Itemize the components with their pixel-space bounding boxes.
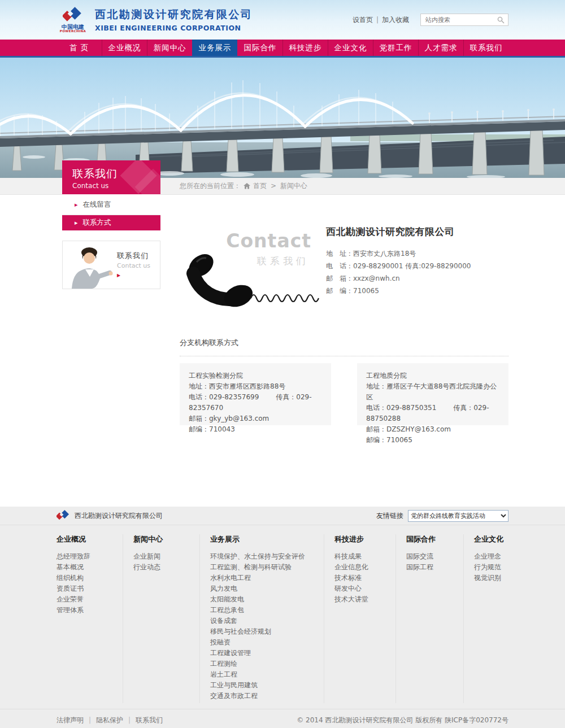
- set-home-link[interactable]: 设首页: [353, 16, 373, 24]
- footer-column: 业务展示环境保护、水土保持与安全评价工程监测、检测与科研试验水利水电工程风力发电…: [199, 534, 324, 703]
- footer-link[interactable]: 设备成套: [210, 617, 320, 624]
- footer-link[interactable]: 总经理致辞: [56, 553, 119, 560]
- branch-box: 工程地质分院地址：雁塔区子午大道88号西北院兆隆办公区电话：029-887503…: [357, 363, 508, 425]
- nav-item[interactable]: 新闻中心: [147, 40, 192, 56]
- footer-link[interactable]: 工程测绘: [210, 660, 320, 667]
- footer-link[interactable]: 投融资: [210, 639, 320, 646]
- company-name: 西北勘测设计研究院有限公司: [326, 225, 471, 238]
- sidebar: 联系我们 Contact us ▸在线留言▸联系方式 联系我们 Contact …: [62, 160, 160, 289]
- branch-box: 工程实验检测分院地址：西安市雁塔区西影路88号电话：029-82357699传真…: [180, 363, 331, 425]
- footer-link[interactable]: 资质证书: [56, 585, 119, 592]
- footer-link[interactable]: 工业与民用建筑: [210, 682, 320, 688]
- nav-item[interactable]: 科技进步: [282, 40, 328, 56]
- breadcrumb-separator: >: [271, 178, 276, 194]
- footer-link[interactable]: 企业理念: [474, 553, 505, 560]
- footer-column-title: 科技进步: [334, 534, 392, 544]
- sidebar-menu-label: 联系方式: [83, 218, 111, 228]
- company-info-row: 地 址：西安市丈八东路18号: [326, 250, 471, 258]
- footer-column: 国际合作国际交流国际工程: [395, 534, 463, 703]
- sidebar-menu-item[interactable]: ▸在线留言: [62, 194, 160, 215]
- footer-column-title: 企业文化: [474, 534, 505, 544]
- branch-name: 工程实验检测分院: [189, 370, 322, 381]
- footer-link[interactable]: 组织机构: [56, 574, 119, 581]
- add-favorite-link[interactable]: 加入收藏: [382, 16, 409, 24]
- footer-link[interactable]: 技术大讲堂: [334, 596, 392, 603]
- footer-link[interactable]: 太阳能发电: [210, 596, 320, 603]
- footer: 西北勘测设计研究院有限公司 友情链接 党的群众路线教育实践活动 企业概况总经理致…: [0, 507, 565, 728]
- divider: |: [128, 716, 131, 724]
- nav-item[interactable]: 企业概况: [102, 40, 147, 56]
- footer-column: 科技进步科技成果企业信息化技术标准研发中心技术大讲堂: [324, 534, 395, 703]
- footer-link[interactable]: 行为规范: [474, 564, 505, 570]
- brand[interactable]: 中国电建 POWERCHINA 西北勘测设计研究院有限公司 XIBEI ENGI…: [56, 7, 253, 33]
- nav-item[interactable]: 联系我们: [463, 40, 508, 56]
- nav-item[interactable]: 企业文化: [328, 40, 373, 56]
- search-box: [420, 14, 508, 26]
- footer-bottom-bar: 法律声明|隐私保护|联系我们 © 2014 西北勘测设计研究院有限公司 版权所有…: [0, 709, 565, 728]
- breadcrumb-current-link[interactable]: 新闻中心: [280, 178, 307, 194]
- telephone-handset-image: Contact 联系我们: [180, 222, 319, 308]
- branch-zip: 邮编：710065: [366, 435, 499, 446]
- footer-bottom-link[interactable]: 隐私保护: [96, 716, 123, 724]
- footer-link[interactable]: 工程总承包: [210, 607, 320, 613]
- footer-link[interactable]: 水利水电工程: [210, 574, 320, 581]
- footer-link[interactable]: 风力发电: [210, 585, 320, 592]
- friendly-links-select[interactable]: 党的群众路线教育实践活动: [408, 510, 508, 522]
- footer-link[interactable]: 国际工程: [406, 564, 460, 570]
- footer-link[interactable]: 环境保护、水土保持与安全评价: [210, 553, 320, 560]
- footer-column: 新闻中心企业新闻行业动态: [123, 534, 199, 703]
- footer-link[interactable]: 企业荣誉: [56, 596, 119, 603]
- sidebar-title-en: Contact us: [72, 182, 160, 190]
- footer-link[interactable]: 研发中心: [334, 585, 392, 592]
- triangle-icon: ▸: [75, 202, 78, 208]
- branch-email: 邮箱：gky_yb@163.com: [189, 413, 322, 424]
- company-info-row: 电 话：029-88290001 传真:029-88290000: [326, 262, 471, 270]
- sidebar-menu-item[interactable]: ▸联系方式: [62, 215, 160, 230]
- footer-column-title: 国际合作: [406, 534, 460, 544]
- nav-item[interactable]: 人才需求: [418, 40, 463, 56]
- company-contact-rows: 地 址：西安市丈八东路18号电 话：029-88290001 传真:029-88…: [326, 250, 471, 295]
- breadcrumb-prefix: 您所在的当前位置：: [180, 178, 241, 194]
- footer-link[interactable]: 岩土工程: [210, 671, 320, 678]
- footer-link[interactable]: 移民与社会经济规划: [210, 628, 320, 635]
- footer-link[interactable]: 工程监测、检测与科研试验: [210, 564, 320, 570]
- breadcrumb-home-link[interactable]: 首页: [253, 178, 267, 194]
- branch-address: 地址：雁塔区子午大道88号西北院兆隆办公区: [366, 381, 499, 403]
- footer-link[interactable]: 基本概况: [56, 564, 119, 570]
- contact-card[interactable]: 联系我们 Contact us ▶: [62, 241, 160, 289]
- nav-item[interactable]: 国际合作: [237, 40, 282, 56]
- footer-brand: 西北勘测设计研究院有限公司: [75, 511, 163, 521]
- copyright: © 2014 西北勘测设计研究院有限公司 版权所有 陕ICP备字020772号: [297, 716, 508, 725]
- branch-phone: 电话：029-88750351: [366, 404, 436, 412]
- footer-link[interactable]: 企业新闻: [133, 553, 196, 560]
- footer-link[interactable]: 交通及市政工程: [210, 692, 320, 699]
- nav-item[interactable]: 党群工作: [373, 40, 418, 56]
- footer-link[interactable]: 国际交流: [406, 553, 460, 560]
- footer-column: 企业文化企业理念行为规范视觉识别: [463, 534, 508, 703]
- footer-link[interactable]: 工程建设管理: [210, 649, 320, 656]
- footer-bottom-link[interactable]: 联系我们: [136, 716, 163, 724]
- footer-link[interactable]: 行业动态: [133, 564, 196, 570]
- nav-item[interactable]: 首 页: [56, 40, 102, 56]
- divider: |: [89, 716, 91, 724]
- footer-column-title: 业务展示: [210, 534, 320, 544]
- footer-link[interactable]: 管理体系: [56, 607, 119, 613]
- search-icon[interactable]: [497, 16, 505, 24]
- nav-item[interactable]: 业务展示: [192, 40, 237, 56]
- divider: |: [376, 16, 379, 24]
- footer-link[interactable]: 企业信息化: [334, 564, 392, 570]
- site-header: 中国电建 POWERCHINA 西北勘测设计研究院有限公司 XIBEI ENGI…: [0, 0, 565, 40]
- branch-zip: 邮编：710043: [189, 424, 322, 435]
- friendly-links-label: 友情链接: [376, 511, 403, 521]
- logo-en-text: POWERCHINA: [56, 30, 89, 33]
- search-input[interactable]: [424, 16, 497, 24]
- footer-link[interactable]: 技术标准: [334, 574, 392, 581]
- footer-bottom-link[interactable]: 法律声明: [56, 716, 84, 724]
- branch-phone-fax: 电话：029-88750351传真：029-88750288: [366, 403, 499, 424]
- footer-link[interactable]: 视觉识别: [474, 574, 505, 581]
- footer-link[interactable]: 科技成果: [334, 553, 392, 560]
- page: 中国电建 POWERCHINA 西北勘测设计研究院有限公司 XIBEI ENGI…: [0, 0, 565, 728]
- red-arrow-icon: ▶: [117, 273, 150, 278]
- powerchina-logo: 中国电建 POWERCHINA: [56, 7, 89, 33]
- footer-logo-icon: [56, 509, 70, 522]
